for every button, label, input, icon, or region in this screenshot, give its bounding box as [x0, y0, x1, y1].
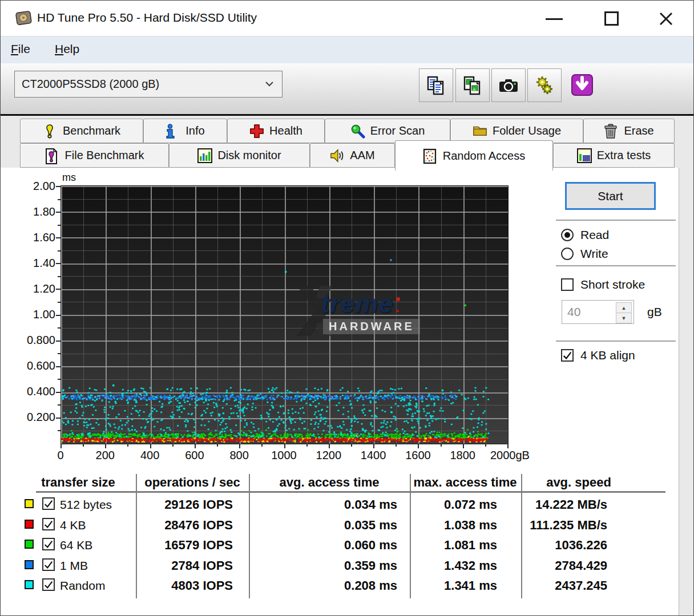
tab-aam[interactable]: AAM	[310, 143, 395, 168]
title-bar: HD Tune Pro 5.50 - Hard Disk/SSD Utility	[1, 1, 694, 36]
table-header-1: operations / sec	[144, 475, 240, 490]
series-checkbox-1-MB[interactable]	[42, 558, 55, 571]
menu-file[interactable]: File	[11, 42, 30, 56]
tab-error-scan[interactable]: Error Scan	[325, 119, 450, 143]
y-axis-tick	[56, 263, 60, 264]
series-checkbox-Random[interactable]	[42, 578, 55, 591]
close-button[interactable]	[657, 10, 675, 28]
device-dropdown-value: CT2000P5SSD8 (2000 gB)	[22, 78, 159, 90]
cell-speed: 14.222 MB/s	[470, 497, 607, 512]
x-axis-tick	[83, 444, 84, 447]
y-axis-tick	[56, 212, 60, 213]
maximize-button[interactable]	[604, 11, 619, 26]
tab-health[interactable]: Health	[227, 119, 325, 143]
x-axis-tick	[373, 444, 374, 448]
cell-speed: 1036.226	[470, 538, 607, 553]
table-header-underline	[36, 491, 665, 493]
cell-ops: 28476 IOPS	[96, 518, 233, 533]
spinner-up-icon[interactable]: ▲	[616, 302, 632, 313]
screenshot-camera-button[interactable]	[491, 68, 526, 102]
series-swatch-64-KB	[25, 540, 34, 549]
series-swatch-1-MB	[25, 560, 34, 569]
tab-label: Disk monitor	[217, 149, 281, 162]
y-axis-tick	[56, 315, 60, 316]
copy-image-button[interactable]	[455, 68, 490, 102]
x-tick-label: 1000	[261, 449, 307, 462]
table-column-divider	[249, 474, 250, 598]
start-button[interactable]: Start	[566, 183, 655, 209]
options-gears-icon	[534, 75, 555, 96]
spinner-down-icon[interactable]: ▼	[616, 313, 632, 323]
y-axis-tick	[58, 327, 60, 329]
y-tick-label: 0.200	[21, 411, 55, 424]
copy-text-button[interactable]	[419, 68, 453, 102]
cell-ops: 16579 IOPS	[96, 538, 233, 553]
tab-label: Error Scan	[370, 124, 425, 137]
read-radio[interactable]	[561, 229, 574, 241]
tab-label: Erase	[624, 124, 653, 137]
x-axis-tick	[329, 444, 330, 448]
tab-label: Extra tests	[597, 149, 651, 162]
tab-benchmark[interactable]: Benchmark	[20, 119, 143, 143]
menu-help[interactable]: Help	[55, 42, 79, 56]
y-tick-label: 1.80	[21, 205, 55, 218]
short-stroke-size-input[interactable]: 40 ▲ ▼	[562, 300, 634, 324]
x-axis-tick	[306, 444, 308, 447]
align-label: 4 KB align	[580, 348, 635, 362]
y-tick-label: 0.800	[21, 334, 55, 347]
window-title: HD Tune Pro 5.50 - Hard Disk/SSD Utility	[37, 11, 257, 25]
random-access-icon	[423, 148, 438, 163]
cell-ops: 2784 IOPS	[96, 558, 233, 573]
tab-folder-usage[interactable]: Folder Usage	[450, 119, 583, 143]
series-checkbox-4-KB[interactable]	[42, 518, 55, 530]
x-axis-tick	[105, 444, 106, 448]
minimize-button[interactable]	[546, 18, 563, 20]
size-unit-label: gB	[647, 305, 662, 319]
folder-usage-icon	[473, 124, 487, 139]
y-axis-tick	[58, 430, 60, 431]
short-stroke-checkbox[interactable]	[561, 278, 574, 291]
checkmark-icon	[562, 350, 572, 360]
benchmark-icon	[43, 124, 58, 139]
x-axis-tick	[195, 444, 196, 448]
x-axis-tick	[418, 444, 419, 448]
x-tick-label: 1400	[350, 449, 396, 462]
align-checkbox[interactable]	[561, 349, 574, 362]
y-tick-label: 2.00	[21, 180, 55, 193]
series-swatch-512-bytes	[25, 499, 34, 508]
read-radio-label: Read	[580, 228, 609, 242]
series-checkbox-64-KB[interactable]	[42, 538, 55, 550]
tab-random-access[interactable]: Random Access	[395, 140, 553, 171]
write-radio[interactable]	[561, 248, 574, 260]
x-axis-tick	[441, 444, 442, 447]
tab-info[interactable]: Info	[143, 119, 227, 143]
radio-selected-dot	[564, 232, 570, 238]
tab-label: Benchmark	[63, 124, 120, 137]
chevron-down-icon	[265, 81, 274, 87]
write-radio-label: Write	[580, 247, 608, 261]
tab-extra-tests[interactable]: Extra tests	[553, 143, 675, 168]
y-axis-tick	[58, 353, 60, 354]
x-axis-tick	[507, 444, 509, 448]
series-checkbox-512-bytes[interactable]	[42, 497, 55, 510]
x-axis-tick	[217, 444, 218, 447]
tab-erase[interactable]: Erase	[583, 119, 675, 143]
x-axis-tick	[60, 444, 62, 448]
options-gears-button[interactable]	[527, 68, 562, 102]
save-download-button[interactable]	[566, 68, 599, 101]
tab-disk-monitor[interactable]: Disk monitor	[169, 143, 310, 168]
y-axis-tick	[58, 276, 60, 277]
device-dropdown[interactable]: CT2000P5SSD8 (2000 gB)	[14, 71, 283, 98]
tab-file-benchmark[interactable]: File Benchmark	[20, 143, 169, 168]
error-scan-icon	[350, 124, 365, 139]
x-tick-label: 1200	[306, 449, 352, 462]
series-label: 1 MB	[60, 559, 88, 573]
x-axis-tick	[172, 444, 174, 447]
window-frame-right	[679, 168, 694, 616]
cell-speed: 2437.245	[470, 578, 607, 593]
y-axis-tick	[58, 199, 60, 200]
table-header-4: avg. speed	[546, 475, 611, 490]
y-tick-label: 1.60	[21, 231, 55, 244]
separator	[556, 265, 676, 266]
checkmark-icon	[43, 499, 54, 509]
